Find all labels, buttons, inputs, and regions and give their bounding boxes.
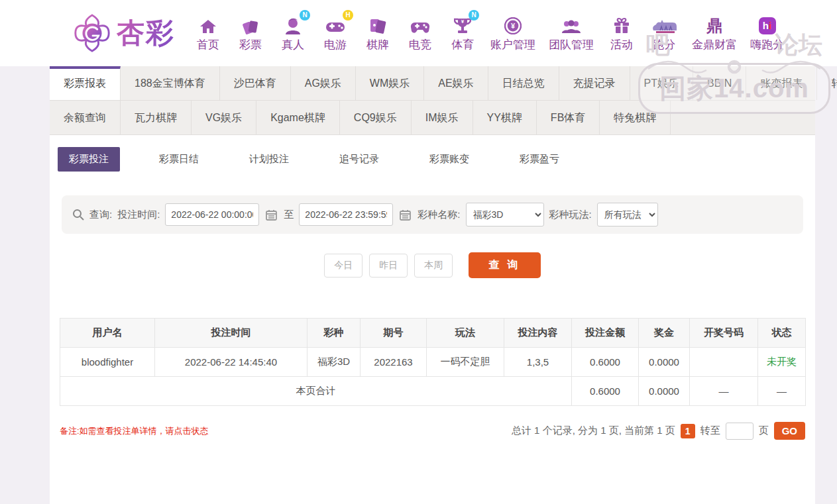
brand-name: 杏彩 (117, 15, 175, 52)
nav-promotions[interactable]: 活动 (607, 15, 636, 52)
tab-bbin[interactable]: BBIN (693, 66, 746, 100)
nav-esports[interactable]: 电竞 (406, 15, 435, 52)
tab-ag[interactable]: AG娱乐 (291, 66, 356, 100)
pagination: 总计 1 个记录, 分为 1 页, 当前第 1 页 1 转至 页 GO (512, 422, 805, 440)
tab-wali-cards[interactable]: 瓦力棋牌 (121, 101, 192, 134)
summary-status-dash: — (758, 377, 806, 406)
top-header: 杏彩 首页 彩票 N 真人 H 电游 (0, 0, 837, 66)
yesterday-button[interactable]: 昨日 (369, 254, 408, 277)
team-icon (561, 15, 581, 34)
pagination-summary: 总计 1 个记录, 分为 1 页, 当前第 1 页 (512, 425, 675, 437)
tabrow-2: 余额查询 瓦力棋牌 VG娱乐 Kgame棋牌 CQ9娱乐 IM娱乐 YY棋牌 F… (50, 101, 815, 135)
col-bet-content: 投注内容 (504, 319, 572, 348)
tab-wm[interactable]: WM娱乐 (356, 66, 424, 100)
tab-shaba-sports[interactable]: 沙巴体育 (220, 66, 291, 100)
col-bet-amount: 投注金额 (572, 319, 639, 348)
lottery-ticket-icon (242, 15, 259, 34)
tab-lottery-report[interactable]: 彩票报表 (50, 66, 121, 100)
ding-tripod-icon: 鼎 (706, 15, 722, 34)
nav-jinding[interactable]: 鼎 金鼎财富 (692, 15, 737, 52)
yuan-coin-icon: ¥ (504, 15, 522, 34)
hi-app-icon: hi (759, 15, 776, 34)
nav-hipaofen[interactable]: hi 嗨跑分 (750, 15, 784, 52)
summary-prize: 0.0000 (639, 377, 690, 406)
subtab-chase-records[interactable]: 追号记录 (328, 147, 390, 172)
new-badge: N (300, 10, 310, 21)
tab-balance-query[interactable]: 余额查询 (50, 101, 121, 134)
summary-bet-amount: 0.6000 (572, 377, 639, 406)
new-badge: N (469, 10, 479, 21)
col-issue: 期号 (361, 319, 427, 348)
table-row: bloodfighter 2022-06-22 14:45:40 福彩3D 20… (60, 348, 806, 377)
tab-tetu-cards[interactable]: 特兔棋牌 (600, 101, 671, 134)
goto-page-input[interactable] (726, 423, 753, 440)
subtab-lottery-daily[interactable]: 彩票日结 (148, 147, 210, 172)
query-label: 查询: (89, 209, 112, 221)
time-to-input[interactable] (299, 203, 393, 226)
subtab-plan-bets[interactable]: 计划投注 (238, 147, 300, 172)
lottery-name-label: 彩种名称: (418, 209, 460, 221)
nav-sports[interactable]: ¥ N 体育 (448, 15, 477, 52)
tab-yy-cards[interactable]: YY棋牌 (473, 101, 537, 134)
tab-cq9[interactable]: CQ9娱乐 (340, 101, 412, 134)
tab-deposit-withdraw[interactable]: 充提记录 (559, 66, 630, 100)
bets-table: 用户名 投注时间 彩种 期号 玩法 投注内容 投注金额 奖金 开奖号码 状态 b… (60, 318, 806, 406)
nav-live[interactable]: N 真人 (278, 15, 307, 52)
nav-account-mgmt[interactable]: ¥ 账户管理 (490, 15, 535, 52)
cell-bet-time: 2022-06-22 14:45:40 (155, 348, 307, 377)
search-button[interactable]: 查 询 (469, 252, 540, 278)
tab-account-change[interactable]: 账变报表 (746, 66, 817, 100)
table-summary-row: 本页合计 0.6000 0.0000 — — (60, 377, 806, 406)
subtab-lottery-account-change[interactable]: 彩票账变 (418, 147, 480, 172)
goto-label: 转至 (700, 425, 720, 437)
subtab-lottery-bets[interactable]: 彩票投注 (58, 147, 120, 172)
tab-im[interactable]: IM娱乐 (412, 101, 473, 134)
esports-gamepad-icon (410, 15, 430, 34)
page-unit-label: 页 (759, 425, 769, 437)
col-bet-time: 投注时间 (155, 319, 307, 348)
this-week-button[interactable]: 本周 (414, 254, 453, 277)
hot-badge: H (343, 10, 353, 21)
tab-ae[interactable]: AE娱乐 (424, 66, 488, 100)
lottery-select[interactable]: 福彩3D (466, 203, 544, 227)
lottery-subtabs: 彩票投注 彩票日结 计划投注 追号记录 彩票账变 彩票盈亏 (50, 135, 815, 181)
tab-fb-sports[interactable]: FB体育 (537, 101, 600, 134)
to-label: 至 (284, 209, 294, 221)
brand-logo[interactable]: 杏彩 (72, 13, 175, 54)
tab-188-sports[interactable]: 188金宝博体育 (121, 66, 220, 100)
nav-paofen[interactable]: 跑分 (649, 15, 679, 52)
tab-transfer-report[interactable]: 转账报表 (817, 66, 837, 100)
table-footer: 备注:如需查看投注单详情，请点击状态 总计 1 个记录, 分为 1 页, 当前第… (60, 422, 805, 440)
gamepad-icon: H (325, 15, 345, 34)
tab-daily-summary[interactable]: 日结总览 (488, 66, 559, 100)
tab-kgame[interactable]: Kgame棋牌 (256, 101, 340, 134)
play-type-select[interactable]: 所有玩法 (597, 203, 658, 227)
col-play: 玩法 (427, 319, 504, 348)
nav-cards[interactable]: 棋牌 (363, 15, 392, 52)
tab-pt[interactable]: PT娱乐 (630, 66, 693, 100)
go-button[interactable]: GO (774, 422, 805, 440)
nav-home[interactable]: 首页 (194, 15, 223, 52)
time-from-input[interactable] (165, 203, 259, 226)
play-type-label: 彩种玩法: (549, 209, 592, 221)
remark-note: 备注:如需查看投注单详情，请点击状态 (60, 425, 209, 437)
cell-status-link[interactable]: 未开奖 (758, 348, 806, 377)
trophy-icon: ¥ N (454, 15, 471, 34)
bet-time-label: 投注时间: (117, 209, 160, 221)
tab-vg[interactable]: VG娱乐 (192, 101, 256, 134)
today-button[interactable]: 今日 (324, 254, 363, 277)
calendar-icon[interactable] (400, 209, 411, 221)
cell-issue: 2022163 (361, 348, 427, 377)
current-page-badge[interactable]: 1 (681, 424, 695, 438)
cell-bet-amount: 0.6000 (572, 348, 639, 377)
nav-team-mgmt[interactable]: 团队管理 (549, 15, 594, 52)
nav-egames[interactable]: H 电游 (321, 15, 350, 52)
col-lottery: 彩种 (307, 319, 361, 348)
bets-table-wrap: 用户名 投注时间 彩种 期号 玩法 投注内容 投注金额 奖金 开奖号码 状态 b… (60, 318, 805, 406)
subtab-lottery-pnl[interactable]: 彩票盈亏 (508, 147, 571, 172)
nav-lottery[interactable]: 彩票 (236, 15, 265, 52)
search-icon (72, 209, 84, 221)
cell-username: bloodfighter (60, 348, 155, 377)
calendar-icon[interactable] (266, 209, 277, 221)
top-navigation: 首页 彩票 N 真人 H 电游 棋牌 (194, 15, 784, 52)
